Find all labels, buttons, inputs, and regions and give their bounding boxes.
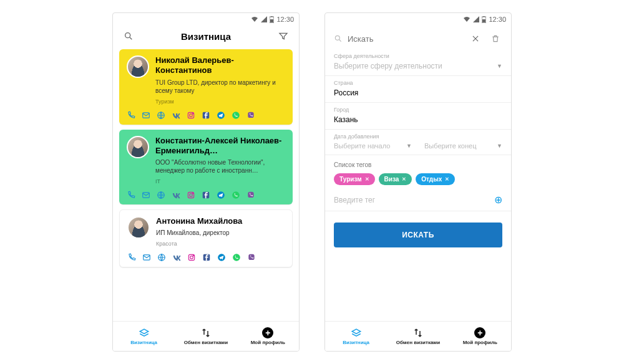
contact-card[interactable]: Антонина Михайлова ИП Михайлова, директо… xyxy=(119,209,293,267)
contact-card[interactable]: Константин-Алексей Николаев-Ерменигильд…… xyxy=(119,130,293,205)
svg-point-3 xyxy=(125,33,130,38)
wifi-icon xyxy=(251,16,258,22)
nav-profile[interactable]: + Мой профиль xyxy=(449,322,511,351)
tag-chip[interactable]: Туризм✕ xyxy=(334,173,375,185)
contact-subtitle: ИП Михайлова, директор xyxy=(156,229,285,237)
phone-icon[interactable] xyxy=(127,111,135,120)
contact-tag: IT xyxy=(155,178,285,184)
mail-icon[interactable] xyxy=(142,111,150,120)
vk-icon[interactable] xyxy=(172,253,181,262)
facebook-icon[interactable] xyxy=(202,111,210,120)
globe-icon[interactable] xyxy=(157,191,165,199)
field-value: Казань xyxy=(334,113,502,128)
nav-cards[interactable]: Визитница xyxy=(325,322,387,351)
search-icon[interactable] xyxy=(122,29,135,43)
contact-card[interactable]: Николай Валерьев-Константинов TUI Group … xyxy=(119,49,293,125)
wifi-icon xyxy=(463,16,470,22)
page-title: Визитница xyxy=(181,31,231,42)
contact-name: Константин-Алексей Николаев-Ерменигильд… xyxy=(155,136,285,156)
facebook-icon[interactable] xyxy=(202,191,210,199)
exchange-icon xyxy=(200,327,212,338)
chip-remove-icon[interactable]: ✕ xyxy=(402,176,406,182)
field-label: Сфера деятельности xyxy=(334,53,502,59)
mail-icon[interactable] xyxy=(142,191,150,199)
whatsapp-icon[interactable] xyxy=(232,111,240,120)
tag-chip[interactable]: Отдых✕ xyxy=(416,173,455,185)
globe-icon[interactable] xyxy=(157,253,166,262)
field-city[interactable]: Город Казань xyxy=(325,103,511,130)
status-time: 12:30 xyxy=(489,16,506,23)
chip-remove-icon[interactable]: ✕ xyxy=(365,176,369,182)
phone-left: 12:30 Визитница Николай Валерьев-Констан… xyxy=(112,12,300,352)
field-date: Дата добавления Выберите начало▼ Выберит… xyxy=(325,130,511,155)
tags-label: Список тегов xyxy=(334,161,502,168)
vk-icon[interactable] xyxy=(172,191,180,199)
battery-icon xyxy=(482,16,486,23)
contact-name: Николай Валерьев-Константинов xyxy=(155,55,285,76)
tag-input-placeholder: Введите тег xyxy=(334,196,375,204)
field-country[interactable]: Страна Россия xyxy=(325,76,511,103)
nav-label: Визитница xyxy=(130,340,157,345)
vk-icon[interactable] xyxy=(172,111,180,120)
viber-icon[interactable] xyxy=(246,191,255,199)
whatsapp-icon[interactable] xyxy=(232,191,240,199)
avatar xyxy=(127,216,150,239)
contact-action-row xyxy=(127,191,285,199)
field-label: Дата добавления xyxy=(334,133,502,140)
search-header xyxy=(325,26,511,49)
nav-cards[interactable]: Визитница xyxy=(113,322,175,351)
card-list: Николай Валерьев-Константинов TUI Group … xyxy=(113,49,299,321)
contact-tag: Красота xyxy=(156,241,285,247)
app-header: Визитница xyxy=(113,26,299,49)
field-sphere[interactable]: Сфера деятельности Выберите сферу деятел… xyxy=(325,49,511,76)
status-bar: 12:30 xyxy=(113,13,299,26)
phone-icon[interactable] xyxy=(127,191,135,199)
close-icon[interactable] xyxy=(469,32,482,46)
search-button[interactable]: ИСКАТЬ xyxy=(334,223,502,247)
globe-icon[interactable] xyxy=(157,111,165,120)
add-tag-icon[interactable]: ⊕ xyxy=(494,194,502,206)
viber-icon[interactable] xyxy=(247,253,256,262)
telegram-icon[interactable] xyxy=(217,253,226,262)
svg-point-12 xyxy=(232,112,240,119)
nav-label: Обмен визитками xyxy=(184,340,228,345)
tag-input-row[interactable]: Введите тег ⊕ xyxy=(325,189,511,211)
date-end-select[interactable]: Выберите конец▼ xyxy=(424,140,502,153)
viber-icon[interactable] xyxy=(246,111,255,120)
exchange-icon xyxy=(412,327,424,338)
instagram-icon[interactable] xyxy=(187,191,195,199)
date-start-select[interactable]: Выберите начало▼ xyxy=(334,140,412,153)
nav-profile[interactable]: + Мой профиль xyxy=(237,322,299,351)
svg-point-18 xyxy=(192,193,193,194)
instagram-icon[interactable] xyxy=(187,253,196,262)
svg-rect-22 xyxy=(248,192,253,198)
plus-icon: + xyxy=(474,327,485,338)
phone-icon[interactable] xyxy=(127,253,136,262)
field-placeholder: Выберите сферу деятельности ▼ xyxy=(334,59,502,74)
tags-section: Список тегов Туризм✕ Виза✕ Отдых✕ xyxy=(325,155,511,185)
bottom-nav: Визитница Обмен визитками + Мой профиль xyxy=(325,321,511,351)
nav-exchange[interactable]: Обмен визитками xyxy=(175,322,236,351)
svg-point-30 xyxy=(233,254,240,261)
whatsapp-icon[interactable] xyxy=(232,253,241,262)
svg-rect-34 xyxy=(482,19,485,22)
facebook-icon[interactable] xyxy=(202,253,211,262)
nav-label: Обмен визитками xyxy=(396,340,440,345)
chevron-down-icon: ▼ xyxy=(497,63,502,69)
filter-icon[interactable] xyxy=(276,29,290,43)
tag-chip[interactable]: Виза✕ xyxy=(379,173,412,185)
mail-icon[interactable] xyxy=(142,253,151,262)
contact-action-row xyxy=(127,253,285,262)
chip-remove-icon[interactable]: ✕ xyxy=(445,176,449,182)
contact-subtitle: ООО "Абсолютно новые Технологии", менедж… xyxy=(155,158,285,175)
nav-label: Мой профиль xyxy=(463,340,497,345)
search-input[interactable] xyxy=(348,34,462,44)
trash-icon[interactable] xyxy=(489,32,502,46)
instagram-icon[interactable] xyxy=(187,111,195,120)
telegram-icon[interactable] xyxy=(217,191,225,199)
nav-exchange[interactable]: Обмен визитками xyxy=(387,322,449,351)
telegram-icon[interactable] xyxy=(217,111,225,120)
contact-subtitle: TUI Group LTD, директор по маркетингу и … xyxy=(155,79,285,95)
svg-point-17 xyxy=(190,194,193,197)
svg-point-26 xyxy=(190,256,193,259)
